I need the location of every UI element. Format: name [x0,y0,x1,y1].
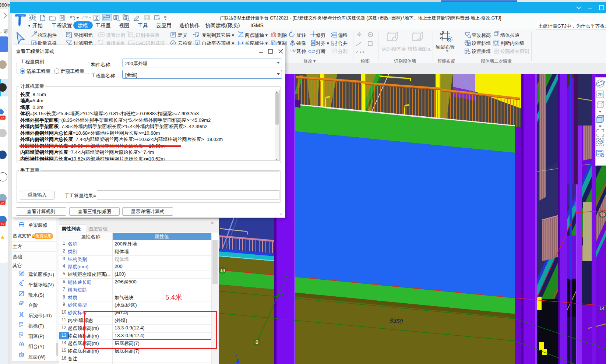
svg-text:8350: 8350 [390,317,403,325]
svg-text:B: B [256,340,258,345]
svg-text:Z: Z [235,353,238,358]
svg-text:13: 13 [600,212,605,217]
svg-text:2D: 2D [598,93,603,97]
svg-text:14: 14 [220,268,225,273]
svg-text:14: 14 [599,306,605,311]
